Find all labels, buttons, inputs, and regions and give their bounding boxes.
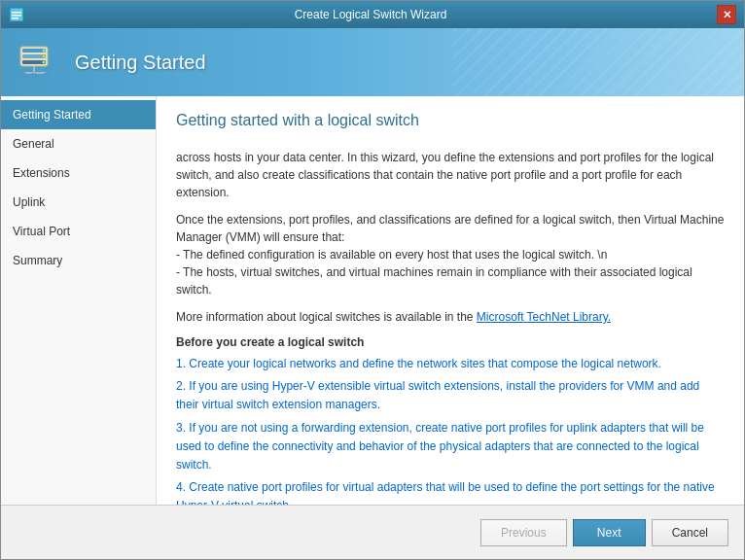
svg-rect-6 [22, 54, 46, 58]
svg-point-9 [43, 55, 46, 58]
vmm-paragraph: Once the extensions, port profiles, and … [176, 211, 725, 298]
wizard-window: Create Logical Switch Wizard ✕ G [0, 0, 745, 560]
window-icon [9, 7, 24, 22]
svg-point-10 [43, 61, 46, 64]
technet-link[interactable]: Microsoft TechNet Library. [477, 310, 611, 324]
step-4: 4. Create native port profiles for virtu… [176, 478, 725, 505]
sidebar-item-general[interactable]: General [1, 129, 156, 158]
content-area: Getting Started General Extensions Uplin… [1, 96, 744, 505]
sidebar-item-uplink[interactable]: Uplink [1, 188, 156, 217]
intro-paragraph: across hosts in your data center. In thi… [176, 149, 725, 201]
main-content: Getting started with a logical switch ac… [157, 96, 744, 505]
step-1: 1. Create your logical networks and defi… [176, 355, 725, 373]
step-2: 2. If you are using Hyper-V extensible v… [176, 377, 725, 414]
footer: Previous Next Cancel [1, 505, 744, 559]
steps-list: 1. Create your logical networks and defi… [176, 355, 725, 505]
svg-point-13 [21, 73, 27, 79]
svg-rect-3 [12, 18, 18, 19]
header-icon [17, 39, 63, 86]
svg-rect-7 [22, 60, 46, 64]
title-bar: Create Logical Switch Wizard ✕ [1, 1, 744, 28]
header-area: Getting Started [1, 28, 744, 96]
window-title: Create Logical Switch Wizard [24, 8, 717, 21]
svg-point-15 [43, 73, 49, 79]
close-button[interactable]: ✕ [717, 5, 736, 24]
next-button[interactable]: Next [573, 519, 646, 546]
svg-point-14 [31, 73, 37, 79]
sidebar-item-getting-started[interactable]: Getting Started [1, 100, 156, 129]
step-3: 3. If you are not using a forwarding ext… [176, 419, 725, 475]
svg-rect-2 [12, 15, 21, 17]
page-title: Getting started with a logical switch [176, 112, 725, 135]
sidebar: Getting Started General Extensions Uplin… [1, 96, 157, 505]
before-heading: Before you create a logical switch [176, 335, 725, 349]
sidebar-item-extensions[interactable]: Extensions [1, 158, 156, 188]
more-info-paragraph: More information about logical switches … [176, 308, 725, 326]
previous-button[interactable]: Previous [480, 519, 567, 546]
cancel-button[interactable]: Cancel [652, 519, 728, 546]
header-title: Getting Started [75, 52, 206, 74]
sidebar-item-virtual-port[interactable]: Virtual Port [1, 217, 156, 246]
svg-point-8 [43, 50, 46, 52]
svg-rect-1 [12, 12, 21, 14]
sidebar-item-summary[interactable]: Summary [1, 246, 156, 275]
svg-rect-5 [22, 49, 46, 52]
main-scroll-area[interactable]: Getting started with a logical switch ac… [157, 96, 744, 505]
